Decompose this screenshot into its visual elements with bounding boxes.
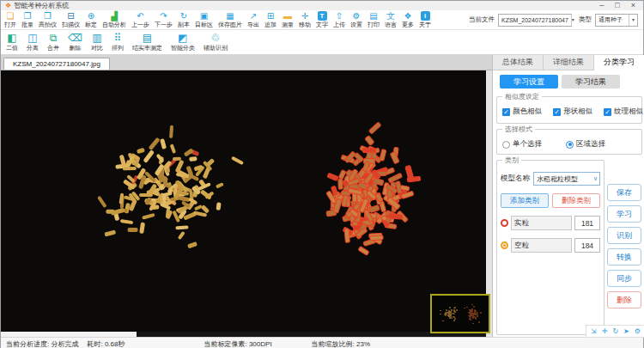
toolbar-save-image[interactable]: ▦保存图片 <box>218 11 242 28</box>
seed[interactable] <box>149 137 161 150</box>
learn-button[interactable]: 学习 <box>607 205 641 223</box>
toolbar-arrange[interactable]: ⠿排列 <box>112 33 124 52</box>
panel-tab-overall-results[interactable]: 总体结果 <box>493 55 544 70</box>
checkbox-texture-similar[interactable]: ✓纹理相似 <box>604 107 643 117</box>
learning-results-button[interactable]: 学习结果 <box>562 75 620 89</box>
seed[interactable] <box>142 213 155 220</box>
seed[interactable] <box>343 228 349 242</box>
toolbar-upload[interactable]: ⇧上传 <box>333 11 345 28</box>
toolbar-prev-step[interactable]: ↶上一步 <box>131 11 149 28</box>
seed[interactable] <box>404 164 414 179</box>
radio-single-select[interactable]: 单个选择 <box>502 139 542 150</box>
toolbar-target-area[interactable]: ▣目标区 <box>195 11 213 28</box>
horizontal-scrollbar[interactable] <box>1 332 486 337</box>
toolbar-open[interactable]: ❏打开 <box>4 11 16 28</box>
toolbar-calibrate[interactable]: ⊕标定 <box>85 11 97 28</box>
toolbar-text[interactable]: T文字 <box>316 11 328 28</box>
fit-view-icon[interactable]: ⇲ <box>591 328 597 335</box>
add-category-button[interactable]: 添加类别 <box>501 193 549 208</box>
toolbar-scanner[interactable]: ⊟扫描仪 <box>62 11 80 28</box>
delete-category-button[interactable]: 删除类别 <box>552 193 600 208</box>
type-select[interactable]: 通用种子 ▾ <box>595 14 638 27</box>
class-count-field[interactable]: 184 <box>574 238 600 253</box>
seed[interactable] <box>163 176 167 186</box>
toolbar-batch[interactable]: ❐批量 <box>21 11 33 28</box>
seed[interactable] <box>327 173 340 182</box>
seed[interactable] <box>216 202 222 211</box>
toolbar-delete[interactable]: ⌫删除 <box>68 33 82 52</box>
learning-settings-button[interactable]: 学习设置 <box>500 75 558 89</box>
seed[interactable] <box>128 228 138 232</box>
toolbar-append[interactable]: ⊞追加 <box>264 11 276 28</box>
checkbox-shape-similar[interactable]: ✓形状相似 <box>553 107 592 117</box>
toolbar-separate[interactable]: ◫分离 <box>27 33 39 52</box>
rotate-icon[interactable]: ↻ <box>612 328 618 335</box>
toolbar-auto-analyze[interactable]: ▟自动分析 <box>102 11 126 28</box>
maximize-button[interactable]: □ <box>615 2 619 9</box>
seed[interactable] <box>136 148 144 154</box>
seed[interactable] <box>379 149 386 162</box>
seed[interactable] <box>189 157 197 162</box>
model-select[interactable]: 水稻秕粒模型 ∨ <box>533 172 600 186</box>
class-count-field[interactable]: 181 <box>574 216 600 230</box>
minimap[interactable] <box>430 294 490 333</box>
seed[interactable] <box>368 121 382 134</box>
seed[interactable] <box>215 182 223 189</box>
toolbar-export[interactable]: ↗导出 <box>247 11 259 28</box>
delete-button[interactable]: 删除 <box>607 291 641 308</box>
toolbar-doc-camera[interactable]: ❒高拍仪 <box>39 11 57 28</box>
seed[interactable] <box>160 138 167 150</box>
convert-button[interactable]: 转换 <box>607 248 641 266</box>
seed[interactable] <box>169 125 173 138</box>
save-button[interactable]: 保存 <box>607 184 641 201</box>
class-name-field[interactable]: 实粒 <box>511 216 572 230</box>
toolbar-print[interactable]: ▤打印 <box>368 11 380 28</box>
toolbar-measure[interactable]: ▬测量 <box>282 11 294 28</box>
seed[interactable] <box>139 223 145 235</box>
toolbar-move[interactable]: ✛移动 <box>299 11 311 28</box>
toolbar-settings[interactable]: ⚙设置 <box>350 11 362 28</box>
toolbar-compare[interactable]: ▥对比 <box>91 33 103 52</box>
recognize-button[interactable]: 识别 <box>607 227 641 244</box>
seed[interactable] <box>364 135 374 146</box>
panel-tab-detail-results[interactable]: 详细结果 <box>544 55 594 70</box>
seed[interactable] <box>120 219 133 224</box>
pan-icon[interactable]: ✛ <box>602 328 608 335</box>
seed[interactable] <box>143 150 155 163</box>
seed[interactable] <box>337 178 343 189</box>
seed[interactable] <box>123 167 137 171</box>
seed[interactable] <box>183 149 193 157</box>
pointer-icon[interactable]: ➤ <box>623 328 629 335</box>
radio-region-select[interactable]: 区域选择 <box>566 139 605 150</box>
toolbar-about[interactable]: i关于 <box>419 11 431 28</box>
seed[interactable] <box>231 156 244 166</box>
seed[interactable] <box>390 151 400 164</box>
seed[interactable] <box>358 246 370 256</box>
sync-button[interactable]: 同步 <box>607 270 641 287</box>
current-file-select[interactable]: KZSM_20240727180047 ▾ <box>498 14 572 27</box>
seed[interactable] <box>362 148 376 153</box>
toolbar-assist-recognize[interactable]: ♲辅助识别 <box>204 33 228 52</box>
image-tab[interactable]: KZSM_20240727180047.jpg <box>3 58 110 70</box>
toolbar-next-step[interactable]: ↷下一步 <box>155 11 173 28</box>
seed[interactable] <box>188 241 198 248</box>
toolbar-more[interactable]: ❖更多 <box>402 11 414 28</box>
class-name-field[interactable]: 空粒 <box>511 238 572 253</box>
close-button[interactable]: × <box>631 2 635 9</box>
seed[interactable] <box>155 153 164 162</box>
toolbar-seed-setting-rate[interactable]: ▤结实率测定 <box>132 33 162 52</box>
view-settings-icon[interactable]: ⚙ <box>635 328 641 335</box>
viewer[interactable] <box>1 70 492 337</box>
seed[interactable] <box>169 143 175 153</box>
horizontal-scrollbar-thumb[interactable] <box>1 332 137 337</box>
seed[interactable] <box>388 213 403 219</box>
seed[interactable] <box>104 229 116 236</box>
checkbox-color-similar[interactable]: ✓颜色相似 <box>502 107 542 117</box>
seed[interactable] <box>175 226 189 230</box>
toolbar-merge[interactable]: ⧉合并 <box>47 33 59 52</box>
panel-tab-classify-learning[interactable]: 分类学习 <box>594 55 644 70</box>
toolbar-language[interactable]: 文语言 <box>385 11 397 28</box>
toolbar-binary[interactable]: ◧二值 <box>6 33 18 52</box>
seed[interactable] <box>97 195 107 208</box>
toolbar-smart-classify[interactable]: ◩智能分类 <box>171 33 195 52</box>
